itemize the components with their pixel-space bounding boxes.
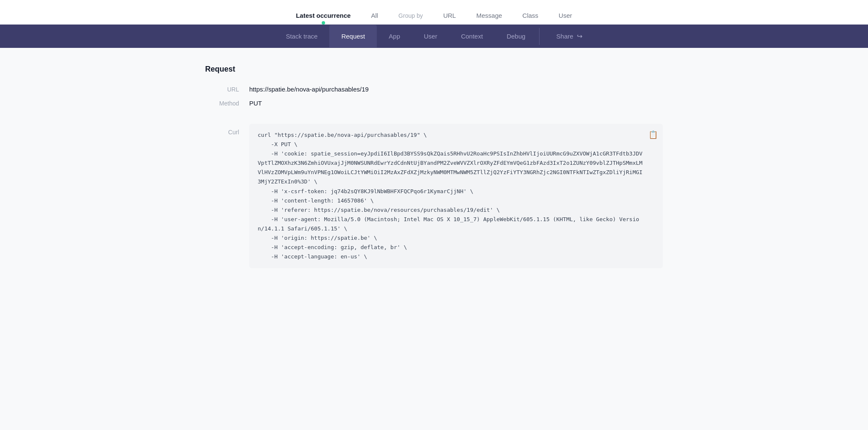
curl-code-text: curl "https://spatie.be/nova-api/purchas… (258, 130, 643, 261)
nav-user[interactable]: User (555, 7, 576, 24)
url-row: URL https://spatie.be/nova-api/purchasab… (205, 86, 663, 93)
tab-app[interactable]: App (377, 25, 412, 47)
copy-icon[interactable]: 📋 (648, 129, 658, 142)
tab-user[interactable]: User (412, 25, 449, 47)
section-title: Request (205, 65, 663, 74)
share-label: Share (556, 33, 573, 40)
url-value: https://spatie.be/nova-api/purchasables/… (249, 86, 369, 93)
top-navigation: Latest occurrence All Group by URL Messa… (0, 0, 868, 25)
method-value: PUT (249, 100, 262, 107)
nav-latest-occurrence[interactable]: Latest occurrence (292, 7, 354, 24)
tab-share[interactable]: Share ↪ (545, 25, 594, 48)
nav-group-by-label: Group by (395, 7, 426, 24)
curl-label: Curl (205, 124, 239, 136)
request-section: Request URL https://spatie.be/nova-api/p… (205, 65, 663, 107)
main-content: Request URL https://spatie.be/nova-api/p… (180, 48, 688, 285)
tab-stack-trace[interactable]: Stack trace (274, 25, 329, 47)
tab-debug[interactable]: Debug (495, 25, 537, 47)
curl-row: Curl 📋 curl "https://spatie.be/nova-api/… (205, 124, 663, 268)
nav-all[interactable]: All (367, 7, 381, 24)
tab-request[interactable]: Request (329, 25, 377, 47)
url-label: URL (205, 86, 239, 93)
curl-code-block: 📋 curl "https://spatie.be/nova-api/purch… (249, 124, 663, 268)
curl-section: Curl 📋 curl "https://spatie.be/nova-api/… (205, 124, 663, 268)
tab-divider (539, 28, 540, 45)
method-row: Method PUT (205, 100, 663, 107)
tab-context[interactable]: Context (449, 25, 495, 47)
tab-bar: Stack trace Request App User Context Deb… (0, 25, 868, 48)
method-label: Method (205, 100, 239, 107)
nav-url[interactable]: URL (440, 7, 459, 24)
nav-class[interactable]: Class (519, 7, 542, 24)
nav-message[interactable]: Message (473, 7, 506, 24)
share-icon: ↪ (577, 32, 582, 40)
